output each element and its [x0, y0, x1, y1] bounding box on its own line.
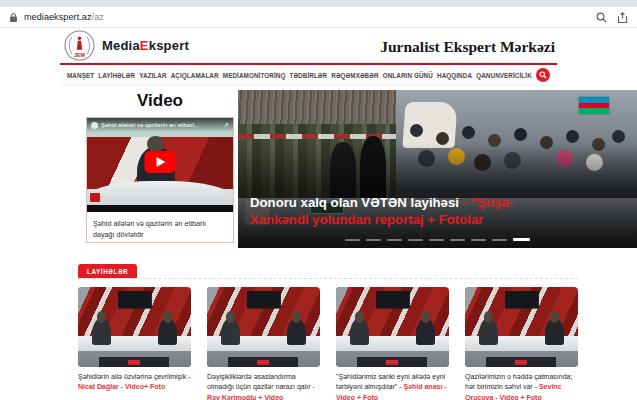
- hero-carousel[interactable]: Donoru xalq olan VƏTƏN layihəsi - “Şuşa-…: [238, 90, 637, 248]
- projects-section-header: LAYİHƏLƏR: [78, 261, 578, 279]
- carousel-dot-active[interactable]: [513, 238, 530, 241]
- nav-item-aciqlamalar[interactable]: AÇIQLAMALAR: [171, 72, 219, 79]
- hero-title: Donoru xalq olan VƏTƏN layihəsi: [250, 195, 459, 210]
- project-card[interactable]: Qazilərimizin o həddə çatmasında; hər bi…: [465, 287, 578, 400]
- project-card-image[interactable]: [78, 287, 191, 367]
- carousel-dot[interactable]: [471, 239, 486, 241]
- nav-item-haqqinda[interactable]: HAQQINDA: [437, 72, 472, 79]
- brand-part2: kspert: [149, 38, 189, 53]
- url-domain: mediaekspert.az: [24, 12, 92, 22]
- project-card[interactable]: Dəyişikliklərdə əsaslandırma olmadığı üç…: [207, 287, 320, 400]
- studio-scene: [207, 287, 320, 367]
- lock-icon: [9, 12, 18, 23]
- projects-badge[interactable]: LAYİHƏLƏR: [78, 264, 137, 278]
- site-header: JEM MediaEkspert Jurnalist Ekspert Mərkə…: [60, 30, 557, 63]
- project-card-image[interactable]: [336, 287, 449, 367]
- studio-scene: [465, 287, 578, 367]
- search-button[interactable]: [536, 68, 550, 82]
- video-player[interactable]: Şəhid ailələri və qazilərin ən etibarl..…: [87, 118, 233, 212]
- nav-item-mediamonitorinq[interactable]: MEDİAMONİTORİNQ: [223, 72, 286, 79]
- video-caption[interactable]: Şəhid ailələri və qazilərin ən etibarlı …: [87, 212, 233, 240]
- studio-scene: [336, 287, 449, 367]
- caption-text: Şəhidlərin ailə üzvlərinə çevrilmişik: [78, 373, 188, 380]
- emblem-text: JEM: [74, 52, 85, 58]
- jem-emblem-icon: JEM: [64, 30, 95, 61]
- search-icon: [539, 71, 547, 79]
- nav-item-qanunvericilik[interactable]: QANUNVERİCİLİK: [476, 72, 532, 79]
- carousel-dot[interactable]: [450, 239, 465, 241]
- project-card-caption[interactable]: Qazilərimizin o həddə çatmasında; hər bi…: [465, 372, 578, 400]
- project-card-caption[interactable]: "Şəhidlərimiz sanki eyni ailədə eyni tər…: [336, 372, 449, 400]
- carousel-dot[interactable]: [492, 239, 507, 241]
- carousel-indicators: [238, 238, 637, 241]
- share-icon[interactable]: [617, 12, 628, 23]
- brand-wordmark: MediaEkspert: [102, 38, 189, 53]
- toolbar-icons: [596, 12, 628, 23]
- host-silhouette: [287, 318, 306, 345]
- carousel-dot[interactable]: [408, 239, 423, 241]
- carousel-dot[interactable]: [345, 239, 360, 241]
- nav-item-tedbirler[interactable]: TƏDBİRLƏR: [290, 72, 328, 79]
- project-card-image[interactable]: [207, 287, 320, 367]
- nav-item-layiheler[interactable]: LAYİHƏLƏR: [98, 72, 135, 79]
- browser-toolbar: mediaekspert.az/az: [0, 7, 637, 28]
- hero-caption-link[interactable]: Donoru xalq olan VƏTƏN layihəsi - “Şuşa-…: [250, 195, 629, 229]
- site-logo[interactable]: JEM MediaEkspert: [64, 30, 189, 61]
- video-title: Şəhid ailələri və qazilərin ən etibarl..…: [101, 122, 221, 128]
- video-card: Şəhid ailələri və qazilərin ən etibarl..…: [86, 117, 234, 243]
- host-silhouette: [545, 318, 564, 345]
- project-card[interactable]: Şəhidlərin ailə üzvlərinə çevrilmişik - …: [78, 287, 191, 400]
- player-bottom-bar: [87, 205, 233, 212]
- video-share-icon[interactable]: ⇗: [224, 122, 229, 129]
- guest-silhouette: [479, 318, 498, 345]
- url-bar[interactable]: mediaekspert.az/az: [24, 12, 104, 22]
- carousel-dot[interactable]: [387, 239, 402, 241]
- carousel-dot[interactable]: [366, 239, 381, 241]
- host-silhouette: [158, 318, 177, 345]
- guest-silhouette: [221, 318, 240, 345]
- brand-part1: Media: [102, 38, 140, 53]
- video-section-heading: Video: [86, 91, 234, 111]
- projects-card-row: Şəhidlərin ailə üzvlərinə çevrilmişik - …: [78, 287, 578, 400]
- guest-silhouette: [350, 318, 369, 345]
- main-nav: MANŞET LAYİHƏLƏR YAZILAR AÇIQLAMALAR MED…: [60, 63, 557, 86]
- studio-scene: [78, 287, 191, 367]
- channel-logo: [90, 193, 100, 202]
- project-card-caption[interactable]: Dəyişikliklərdə əsaslandırma olmadığı üç…: [207, 372, 320, 400]
- project-card[interactable]: "Şəhidlərimiz sanki eyni ailədə eyni tər…: [336, 287, 449, 400]
- youtube-play-button[interactable]: [145, 151, 176, 173]
- caption-text: Dəyişikliklərdə əsaslandırma olmadığı üç…: [207, 373, 315, 390]
- carousel-dot[interactable]: [429, 239, 444, 241]
- nav-item-yazilar[interactable]: YAZILAR: [139, 72, 166, 79]
- host-silhouette: [416, 318, 435, 345]
- youtube-top-bar: Şəhid ailələri və qazilərin ən etibarl..…: [87, 118, 233, 132]
- caption-link[interactable]: Rəy Kərimoğlu + Video: [207, 394, 283, 400]
- brand-accent-letter: E: [140, 38, 149, 53]
- nav-item-reqemxeber[interactable]: RƏQƏMXƏBƏR: [331, 72, 378, 79]
- url-path: /az: [92, 12, 104, 22]
- channel-avatar: [91, 122, 98, 129]
- project-card-caption[interactable]: Şəhidlərin ailə üzvlərinə çevrilmişik - …: [78, 372, 191, 393]
- site-title: Jurnalist Ekspert Mərkəzi: [380, 38, 555, 56]
- nav-item-manset[interactable]: MANŞET: [67, 72, 94, 79]
- browser-tab-strip: [0, 0, 637, 7]
- project-card-image[interactable]: [465, 287, 578, 367]
- zoom-page-icon[interactable]: [596, 12, 607, 23]
- guest-silhouette: [92, 318, 111, 345]
- nav-item-onlarin-gunu[interactable]: ONLARIN GÜNÜ: [383, 72, 433, 79]
